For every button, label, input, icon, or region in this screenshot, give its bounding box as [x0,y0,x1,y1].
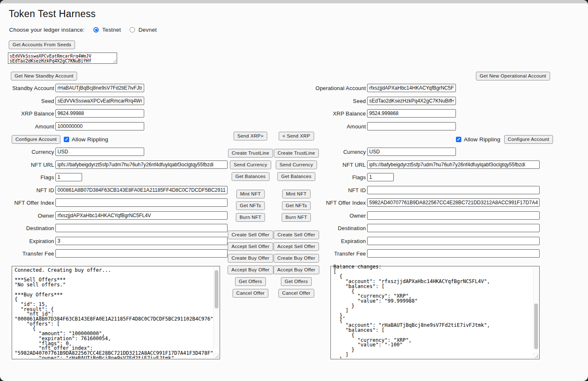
standby-flags-row: Flags [0,173,82,181]
operational-transfer-fee-input[interactable] [367,249,540,258]
standby-allow-rippling-checkbox[interactable]: ✓ [64,137,69,142]
operational-results-log[interactable]: Balance changes: [ { "account": "rfxszjj… [330,266,540,359]
testnet-radio-label[interactable]: Testnet [102,27,121,33]
operational-owner-input[interactable] [367,211,540,220]
standby-amount-input[interactable] [55,122,144,130]
standby-flags-input[interactable] [55,173,82,181]
get-new-standby-account-button[interactable]: Get New Standby Account [11,72,77,80]
standby-create-buy-offer-button[interactable]: Create Buy Offer [228,254,273,263]
operational-send-currency-button[interactable]: Send Currency [276,160,317,169]
operational-account-input[interactable] [367,84,456,92]
operational-allow-rippling-label[interactable]: Allow Rippling [464,136,500,143]
radio-group-devnet[interactable]: Devnet [130,27,157,33]
standby-nft-url-input[interactable] [55,160,228,169]
operational-nft-offer-index-input[interactable] [367,198,540,207]
standby-create-sell-offer-button[interactable]: Create Sell Offer [228,231,273,239]
standby-send-currency-button[interactable]: Send Currency [230,160,271,169]
operational-create-buy-offer-button[interactable]: Create Buy Offer [274,254,319,263]
operational-xrp-balance-label: XRP Balance [312,110,366,117]
standby-get-nfts-button[interactable]: Get NFTs [236,201,265,210]
standby-transfer-fee-input[interactable] [55,249,228,258]
standby-currency-row: Currency [0,148,144,156]
standby-seed-label: Seed [0,98,54,104]
operational-expiration-input[interactable] [367,237,540,245]
standby-xrp-balance-input[interactable] [55,109,144,118]
operational-create-sell-offer-button[interactable]: Create Sell Offer [274,231,319,239]
standby-owner-input[interactable] [55,211,228,220]
standby-mint-nft-button[interactable]: Mint NFT [236,190,265,198]
standby-log-scrollbar[interactable] [213,267,219,349]
standby-destination-input[interactable] [55,224,228,232]
operational-currency-input[interactable] [367,148,456,156]
standby-results-log[interactable]: Connected. Creating buy offer... ***Sell… [12,266,220,359]
standby-nft-offer-index-input[interactable] [55,198,228,207]
standby-results-log-text: Connected. Creating buy offer... ***Sell… [13,267,213,358]
operational-seed-label: Seed [312,98,366,104]
operational-nft-offer-index-label: NFT Offer Index [312,200,366,206]
operational-allow-rippling-checkbox[interactable]: ✓ [456,137,461,142]
get-accounts-from-seeds-button[interactable]: Get Accounts From Seeds [9,40,75,49]
standby-accept-sell-offer-button[interactable]: Accept Sell Offer [228,242,273,251]
operational-accept-buy-offer-button[interactable]: Accept Buy Offer [273,266,319,274]
browser-chrome-strip [0,0,588,3]
operational-nft-offer-index-row: NFT Offer Index [312,198,540,207]
standby-account-label: Standby Account [0,85,54,91]
standby-nft-id-input[interactable] [55,186,228,194]
operational-nft-id-label: NFT ID [312,187,366,193]
operational-configure-account-button[interactable]: Configure Account [504,135,553,144]
standby-nft-url-row: NFT URL [0,160,228,169]
operational-seed-input[interactable] [367,97,456,105]
resize-grip-icon[interactable] [534,354,538,358]
standby-expiration-input[interactable] [55,237,228,245]
operational-create-trustline-button[interactable]: Create TrustLine [274,149,319,158]
operational-get-balances-button[interactable]: Get Balances [278,172,315,181]
standby-seed-row: Seed [0,97,144,105]
operational-amount-row: Amount [312,122,456,130]
operational-cancel-offer-button[interactable]: Cancel Offer [278,289,314,298]
operational-accept-sell-offer-button[interactable]: Accept Sell Offer [273,242,319,251]
radio-group-testnet[interactable]: Testnet [93,27,121,33]
scrollbar-thumb[interactable] [534,303,538,349]
standby-configure-account-button[interactable]: Configure Account [12,135,60,144]
standby-nft-id-row: NFT ID [0,186,228,194]
operational-destination-input[interactable] [367,224,540,232]
operational-owner-label: Owner [312,213,366,219]
standby-burn-nft-button[interactable]: Burn NFT [236,213,265,222]
standby-cancel-offer-button[interactable]: Cancel Offer [233,289,268,298]
operational-burn-nft-button[interactable]: Burn NFT [282,213,311,222]
standby-destination-label: Destination [0,225,54,231]
seeds-textarea[interactable]: sEdVVkSsswaXPCvEatRmcarRrq4WmJV sEdTao2d… [8,53,117,64]
operational-xrp-balance-input[interactable] [367,109,456,118]
devnet-radio-icon[interactable] [130,27,135,33]
standby-owner-label: Owner [0,213,54,219]
standby-allow-rippling-label[interactable]: Allow Rippling [72,136,108,143]
operational-amount-input[interactable] [367,122,456,130]
standby-account-input[interactable] [55,84,144,92]
standby-get-offers-button[interactable]: Get Offers [235,277,266,286]
operational-get-nfts-button[interactable]: Get NFTs [282,201,311,210]
operational-get-offers-button[interactable]: Get Offers [281,277,312,286]
standby-create-trustline-button[interactable]: Create TrustLine [228,149,273,158]
standby-send-xrp-button[interactable]: Send XRP> [233,132,267,140]
operational-nft-id-input[interactable] [367,186,540,194]
resize-grip-icon[interactable] [215,354,219,358]
standby-xrp-balance-label: XRP Balance [0,110,54,117]
standby-accept-buy-offer-button[interactable]: Accept Buy Offer [228,266,273,274]
scrollbar-thumb[interactable] [215,270,218,308]
operational-flags-input[interactable] [367,173,394,181]
get-new-operational-account-button[interactable]: Get New Operational Account [476,72,550,80]
standby-get-balances-button[interactable]: Get Balances [232,172,270,181]
operational-nft-url-label: NFT URL [312,162,366,168]
operational-transfer-fee-label: Transfer Fee [312,251,366,257]
standby-currency-input[interactable] [55,148,144,156]
scrollbar-corner [213,353,219,358]
testnet-radio-icon[interactable] [93,27,99,33]
standby-seed-input[interactable] [55,97,144,105]
operational-nft-url-input[interactable] [367,160,540,169]
operational-send-xrp-button[interactable]: < Send XRP [279,132,314,140]
operational-log-scrollbar[interactable] [533,267,539,349]
standby-expiration-row: Expiration [0,237,228,245]
operational-mint-nft-button[interactable]: Mint NFT [282,190,310,198]
devnet-radio-label[interactable]: Devnet [138,27,157,33]
seed-line-1: sEdVVkSsswaXPCvEatRmcarRrq4WmJV [10,53,115,58]
